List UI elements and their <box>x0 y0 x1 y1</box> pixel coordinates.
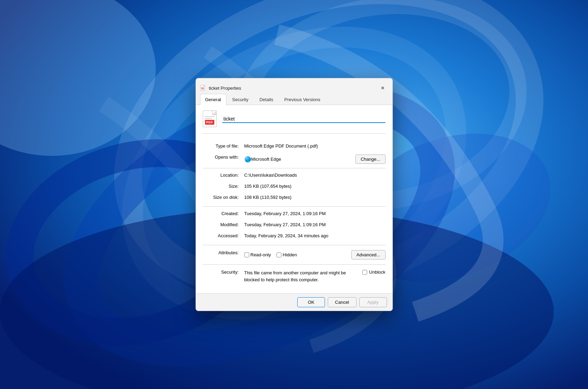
created-row: Created: Tuesday, February 27, 2024, 1:0… <box>203 211 386 219</box>
svg-text:PDF: PDF <box>201 88 205 90</box>
filename-input[interactable] <box>222 115 386 123</box>
hidden-label[interactable]: Hidden <box>283 252 297 257</box>
properties-dialog: PDF ticket Properties ✕ General Security… <box>196 78 393 311</box>
security-row: Security: This file came from another co… <box>203 269 386 283</box>
location-row: Location: C:\Users\lukas\Downloads <box>203 173 386 180</box>
type-label: Type of file: <box>203 143 244 149</box>
security-content: This file came from another computer and… <box>244 269 386 283</box>
location-label: Location: <box>203 173 244 178</box>
opens-with-label: Opens with: <box>203 154 244 160</box>
readonly-group: Read-only <box>244 252 271 257</box>
accessed-label: Accessed: <box>203 233 244 238</box>
attributes-row: Attributes: Read-only Hidden Advanced... <box>203 250 386 259</box>
size-label: Size: <box>203 184 244 189</box>
pdf-file-icon: PDF <box>203 110 217 128</box>
type-value: Microsoft Edge PDF Document (.pdf) <box>244 143 386 149</box>
hidden-checkbox[interactable] <box>277 253 281 257</box>
size-value: 105 KB (107,654 bytes) <box>244 184 386 189</box>
ok-button[interactable]: OK <box>297 297 325 307</box>
edge-app-icon <box>244 156 251 163</box>
attributes-controls: Read-only Hidden Advanced... <box>244 250 386 259</box>
file-type-section: Type of file: Microsoft Edge PDF Documen… <box>203 139 386 168</box>
tab-general[interactable]: General <box>200 94 226 105</box>
size-on-disk-value: 108 KB (110,592 bytes) <box>244 195 386 200</box>
modified-value: Tuesday, February 27, 2024, 1:09:16 PM <box>244 222 386 227</box>
title-bar: PDF ticket Properties ✕ <box>196 78 392 94</box>
tab-details[interactable]: Details <box>254 94 279 105</box>
attributes-section: Attributes: Read-only Hidden Advanced... <box>203 245 386 265</box>
type-row: Type of file: Microsoft Edge PDF Documen… <box>203 143 386 151</box>
filename-row: PDF <box>203 110 386 134</box>
security-text: This file came from another computer and… <box>244 269 357 283</box>
accessed-row: Accessed: Today, February 29, 2024, 34 m… <box>203 233 386 241</box>
size-row: Size: 105 KB (107,654 bytes) <box>203 184 386 191</box>
created-label: Created: <box>203 211 244 216</box>
apply-button[interactable]: Apply <box>359 297 387 307</box>
tab-security[interactable]: Security <box>227 94 254 105</box>
dates-section: Created: Tuesday, February 27, 2024, 1:0… <box>203 207 386 245</box>
tab-bar: General Security Details Previous Versio… <box>196 94 392 105</box>
hidden-group: Hidden <box>277 252 297 257</box>
readonly-label[interactable]: Read-only <box>251 252 271 257</box>
opens-with-app-name: Microsoft Edge <box>251 157 281 162</box>
tab-previous-versions[interactable]: Previous Versions <box>279 94 325 105</box>
unblock-group: Unblock <box>362 269 386 275</box>
unblock-checkbox[interactable] <box>362 270 367 275</box>
dialog-title: ticket Properties <box>209 86 377 91</box>
change-button[interactable]: Change... <box>355 154 385 164</box>
modified-row: Modified: Tuesday, February 27, 2024, 1:… <box>203 222 386 230</box>
unblock-label[interactable]: Unblock <box>369 269 386 275</box>
opens-with-row: Opens with: <box>203 154 386 164</box>
modified-label: Modified: <box>203 222 244 227</box>
size-on-disk-label: Size on disk: <box>203 195 244 200</box>
dialog-footer: OK Cancel Apply <box>196 293 392 311</box>
dialog-overlay: PDF ticket Properties ✕ General Security… <box>0 0 588 389</box>
title-bar-pdf-icon: PDF <box>200 85 206 91</box>
security-label: Security: <box>203 269 244 275</box>
location-size-section: Location: C:\Users\lukas\Downloads Size:… <box>203 168 386 207</box>
readonly-checkbox[interactable] <box>244 253 249 257</box>
accessed-value: Today, February 29, 2024, 34 minutes ago <box>244 233 386 238</box>
created-value: Tuesday, February 27, 2024, 1:09:16 PM <box>244 211 386 216</box>
attributes-label: Attributes: <box>203 250 244 255</box>
close-button[interactable]: ✕ <box>377 83 388 93</box>
advanced-button[interactable]: Advanced... <box>351 250 386 259</box>
opens-with-value: Microsoft Edge Change... <box>244 154 386 164</box>
location-value: C:\Users\lukas\Downloads <box>244 173 386 178</box>
tab-content: PDF Type of file: Microsoft Edge PDF Doc… <box>196 105 392 293</box>
cancel-button[interactable]: Cancel <box>328 297 356 307</box>
size-on-disk-row: Size on disk: 108 KB (110,592 bytes) <box>203 195 386 202</box>
security-section: Security: This file came from another co… <box>203 265 386 288</box>
